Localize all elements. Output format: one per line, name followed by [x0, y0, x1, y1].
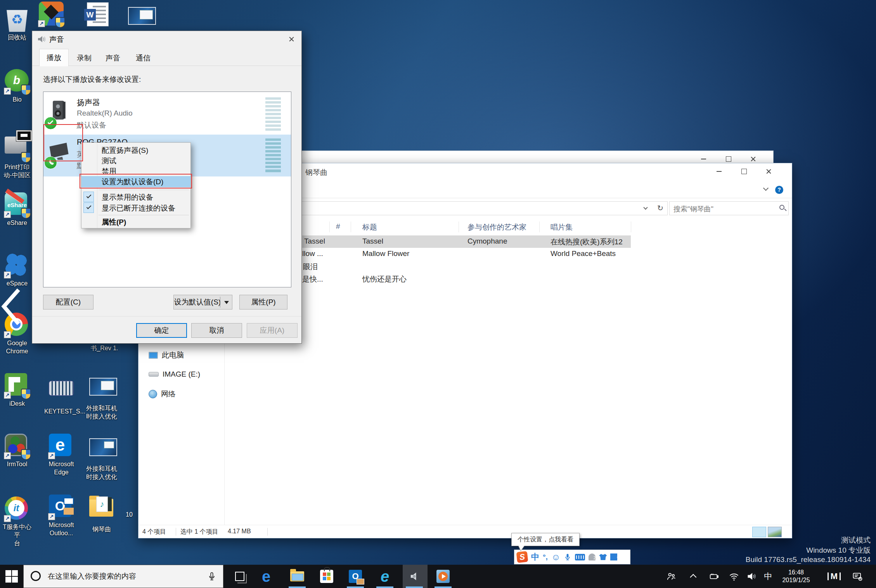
- account-icon[interactable]: 2: [589, 553, 596, 560]
- menu-item-set-default-device[interactable]: 设置为默认设备(D): [81, 176, 190, 187]
- dropdown-arrow-icon[interactable]: [224, 301, 229, 304]
- tray-ime-indicator[interactable]: 中: [761, 565, 775, 588]
- mp3-page: ♪: [96, 496, 108, 512]
- desktop-icon-it-service[interactable]: it ↗ T服务中心平台: [0, 496, 34, 547]
- tab-communications[interactable]: 通信: [128, 50, 159, 66]
- icon-label: Outloo...: [50, 530, 73, 536]
- desktop-icon-bio[interactable]: b ↗ Bio: [0, 69, 34, 104]
- search-box[interactable]: 搜索"钢琴曲": [669, 201, 789, 215]
- nav-item-this-pc[interactable]: 此电脑: [149, 350, 184, 360]
- refresh-icon[interactable]: ↻: [657, 204, 663, 213]
- task-view-button[interactable]: [235, 572, 244, 581]
- punctuation-toggle[interactable]: °,: [543, 553, 548, 561]
- tray-people-icon[interactable]: [664, 565, 678, 588]
- tray-clock[interactable]: 16:482019/1/25: [777, 565, 815, 588]
- properties-button[interactable]: 属性(P): [239, 295, 287, 310]
- desktop-icon-keytest[interactable]: KEYTEST_S...: [44, 373, 78, 415]
- clock-time: 16:48: [788, 569, 804, 576]
- desktop-icon-irmtool[interactable]: ↗ IrmTool: [0, 434, 34, 468]
- status-separator: [176, 528, 176, 536]
- shortcut-arrow-icon: ↗: [4, 515, 11, 522]
- icon-label: Microsoft: [49, 522, 74, 528]
- search-icon[interactable]: [779, 205, 784, 210]
- close-button[interactable]: [756, 163, 781, 180]
- sogou-logo-icon[interactable]: S: [516, 551, 528, 563]
- ime-mode-toggle[interactable]: 中: [531, 552, 539, 562]
- taskbar-internet-explorer[interactable]: e: [373, 565, 396, 588]
- tab-sounds[interactable]: 声音: [99, 50, 127, 66]
- maximize-button[interactable]: [731, 163, 756, 180]
- outlook-envelope2: [64, 508, 74, 515]
- tray-battery[interactable]: [707, 565, 721, 588]
- taskbar-outlook[interactable]: O: [344, 565, 367, 588]
- desktop-icon-recycle-bin[interactable]: ♻ 回收站: [0, 7, 34, 42]
- menu-item-configure-speakers[interactable]: 配置扬声器(S): [81, 145, 190, 155]
- checkbox: [83, 202, 94, 213]
- desktop-icon-outlook[interactable]: O ↗ MicrosoftOutloo...: [44, 495, 78, 537]
- tray-volume[interactable]: [745, 565, 759, 588]
- desktop-icon-word-doc[interactable]: W: [82, 2, 116, 27]
- screenshot-thumbnail-icon: [89, 378, 117, 396]
- taskbar-file-explorer[interactable]: [286, 565, 309, 588]
- menu-item-properties[interactable]: 属性(P): [81, 216, 190, 227]
- nav-item-network[interactable]: 网络: [149, 389, 176, 399]
- soft-keyboard-icon[interactable]: [575, 554, 585, 560]
- desktop-icon-screenshot2[interactable]: 外接和耳机时接入优化: [85, 434, 119, 481]
- status-item-count: 4 个项目: [142, 528, 166, 536]
- nav-item-image-drive[interactable]: IMAGE (E:): [149, 370, 200, 379]
- minimize-button[interactable]: [706, 163, 731, 180]
- toolbox-grid-icon[interactable]: [610, 553, 617, 560]
- desktop-icon-cube-app[interactable]: ↗: [34, 2, 68, 26]
- ok-button[interactable]: 确定: [136, 323, 187, 338]
- apply-button[interactable]: 应用(A): [247, 323, 298, 338]
- desktop-icon-screenshot-top[interactable]: [123, 2, 158, 32]
- configure-button[interactable]: 配置(C): [43, 295, 93, 310]
- desktop-icon-eprint[interactable]: Print打印动-中国区: [0, 130, 34, 179]
- set-default-split-button[interactable]: 设为默认值(S): [173, 295, 232, 310]
- close-icon[interactable]: [279, 31, 301, 47]
- running-indicator: [347, 586, 364, 588]
- ribbon-expand-icon[interactable]: [763, 185, 769, 191]
- taskbar-media-player[interactable]: [431, 565, 455, 588]
- taskbar-sound-active[interactable]: [403, 565, 428, 588]
- column-header-title[interactable]: 标题: [362, 222, 377, 232]
- tray-m-logo[interactable]: M: [826, 565, 843, 588]
- emoji-icon[interactable]: ☺: [551, 552, 560, 562]
- menu-item-show-disabled[interactable]: 显示禁用的设备: [81, 192, 190, 202]
- tab-recording[interactable]: 录制: [70, 50, 98, 66]
- itsc-word: it: [5, 503, 28, 514]
- menu-item-show-disconnected[interactable]: 显示已断开连接的设备: [81, 202, 190, 213]
- desktop-icon-idesk[interactable]: ↗ iDesk: [0, 373, 34, 408]
- desktop-icon-screenshot1[interactable]: 外接和耳机时接入优化: [85, 373, 119, 420]
- menu-item-disable[interactable]: 禁用: [81, 166, 190, 176]
- default-device-badge: [44, 117, 57, 130]
- desktop-icon-piano-folder[interactable]: ♪ 钢琴曲: [85, 493, 119, 533]
- printer-icon: [5, 137, 26, 154]
- device-row-speakers[interactable]: 扬声器 Realtek(R) Audio 默认设备: [43, 94, 291, 134]
- column-header-album[interactable]: 唱片集: [551, 222, 573, 232]
- column-header-artist[interactable]: 参与创作的艺术家: [467, 222, 526, 232]
- desktop-icon-espace[interactable]: ↗ eSpace: [0, 253, 34, 287]
- microphone-icon[interactable]: [207, 571, 217, 582]
- taskbar-edge[interactable]: e: [254, 565, 278, 588]
- icon-label: 外接和耳机: [86, 405, 117, 412]
- dialog-titlebar[interactable]: 声音: [32, 31, 301, 47]
- icon-label: iDesk: [0, 399, 34, 408]
- menu-item-test[interactable]: 测试: [81, 155, 190, 166]
- tray-wifi[interactable]: [727, 565, 741, 588]
- tray-chevron-up[interactable]: [688, 565, 700, 588]
- start-button[interactable]: [5, 570, 18, 583]
- skin-icon[interactable]: [599, 554, 607, 560]
- tray-action-center[interactable]: [849, 565, 866, 588]
- thumb-window: [140, 10, 153, 19]
- desktop-icon-edge[interactable]: e ↗ MicrosoftEdge: [44, 434, 78, 476]
- cancel-button[interactable]: 取消: [191, 323, 242, 338]
- voice-input-icon[interactable]: [564, 553, 571, 561]
- help-icon[interactable]: ?: [775, 186, 783, 194]
- desktop-icon-eshare[interactable]: eShare ↗ eShare: [0, 192, 34, 227]
- address-dropdown-icon[interactable]: [643, 205, 647, 209]
- column-header-number[interactable]: #: [336, 222, 340, 231]
- taskbar-store[interactable]: [315, 565, 338, 588]
- taskbar-search[interactable]: 在这里输入你要搜索的内容: [23, 565, 223, 588]
- tab-playback[interactable]: 播放: [39, 49, 69, 66]
